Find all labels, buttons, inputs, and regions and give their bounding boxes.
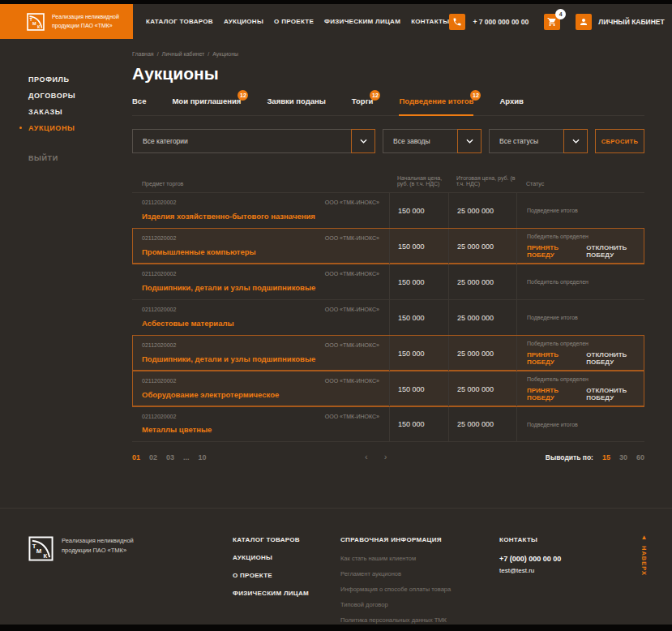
lot-title[interactable]: Асбестовые материалы [142,319,379,328]
breadcrumb-item[interactable]: Главная [132,51,154,57]
tab[interactable]: Все [132,97,146,115]
table-row[interactable]: 02112020002ООО «ТМК-ИНОКС»Подшипники, де… [132,335,644,371]
tab[interactable]: Мои приглашения12 [172,97,241,115]
decline-win-button[interactable]: ОТКЛОНИТЬ ПОБЕДУ [586,351,640,366]
page-size-option[interactable]: 60 [636,453,644,461]
tab-badge: 12 [470,90,481,101]
tab[interactable]: Торги12 [352,97,374,115]
lot-title[interactable]: Оборудование электротермическое [142,390,379,399]
tab[interactable]: Архив [499,97,524,115]
footer-info-links: Как стать нашим клиентомРегламент аукцио… [340,555,499,631]
footer-email[interactable]: test@test.ru [499,567,561,574]
phone-icon[interactable] [449,14,465,30]
brand-logo[interactable]: Т М К Реализация неликвидной продукции П… [0,4,133,39]
sidebar-item[interactable]: ЗАКАЗЫ [28,108,132,116]
lot-title[interactable]: Металлы цветные [142,425,379,434]
status-text: Подведение итогов [527,315,640,320]
reset-filters-button[interactable]: СБРОСИТЬ [595,129,644,153]
sidebar-item[interactable]: ПРОФИЛЬ [28,75,132,84]
status-cell: Победитель определенПРИНЯТЬ ПОБЕДУОТКЛОН… [516,371,644,406]
nav-link[interactable]: АУКЦИОНЫ [224,18,263,25]
tab-label: Архив [499,97,524,105]
lot-title[interactable]: Промышленные компьютеры [142,247,379,256]
footer-info-link[interactable]: Типовой договор [340,601,499,608]
start-price: 150 000 [389,371,448,406]
phone-number[interactable]: + 7 000 000 00 00 [473,18,529,26]
arrow-up-icon: ▲ [641,534,648,541]
nav-link[interactable]: О ПРОЕКТЕ [274,18,314,25]
footer-brand: Т М К Реализация неликвидной продукции П… [28,536,233,631]
table-row[interactable]: 02112020002ООО «ТМК-ИНОКС»Подшипники, де… [132,264,644,299]
page-title: Аукционы [132,64,644,84]
sidebar: ПРОФИЛЬДОГОВОРЫЗАКАЗЫАУКЦИОНЫ ВЫЙТИ [0,39,132,461]
lot-subject-cell: 02112020002ООО «ТМК-ИНОКС»Металлы цветны… [132,407,389,441]
lot-title[interactable]: Подшипники, детали и узлы подшипниковые [142,354,379,363]
status-cell: Победитель определенПРИНЯТЬ ПОБЕДУОТКЛОН… [516,229,644,264]
category-select[interactable]: Все категории [132,129,375,153]
tmk-logo-icon: Т М К [27,13,45,31]
back-to-top-button[interactable]: ▲ НАВЕРХ [640,534,648,576]
page-number[interactable]: 10 [199,453,207,461]
footer-info-title: СПРАВОЧНАЯ ИНФОРМАЦИЯ [340,536,499,543]
lot-id: 02112020002 [142,235,176,241]
accept-win-button[interactable]: ПРИНЯТЬ ПОБЕДУ [527,387,573,401]
svg-text:М: М [36,547,41,555]
lot-id: 02112020002 [142,307,176,312]
logout-button[interactable]: ВЫЙТИ [28,154,132,162]
page-size-option[interactable]: 30 [619,453,627,461]
table-row[interactable]: 02112020002ООО «ТМК-ИНОКС»Металлы цветны… [132,406,644,442]
decline-win-button[interactable]: ОТКЛОНИТЬ ПОБЕДУ [586,244,640,259]
footer-nav-link[interactable]: ФИЗИЧЕСКИМ ЛИЦАМ [233,590,340,597]
table-row[interactable]: 02112020002ООО «ТМК-ИНОКС»Промышленные к… [132,228,644,264]
accept-win-button[interactable]: ПРИНЯТЬ ПОБЕДУ [527,244,573,259]
chevron-down-icon [351,129,375,153]
page-number[interactable]: 03 [166,453,174,461]
footer-nav-link[interactable]: О ПРОЕКТЕ [233,572,340,579]
table-header: Предмет торгов Начальная цена, руб. (в т… [132,165,644,192]
decline-win-button[interactable]: ОТКЛОНИТЬ ПОБЕДУ [586,387,640,401]
sidebar-item[interactable]: ДОГОВОРЫ [28,92,132,100]
header-right: + 7 000 000 00 00 4 ЛИЧНЫЙ КАБИНЕТ [449,4,672,39]
brand-tagline: Реализация неликвидной продукции ПАО «ТМ… [52,13,123,30]
table-row[interactable]: 02112020002ООО «ТМК-ИНОКС»Оборудование э… [132,371,644,406]
plant-select-value: Все заводы [393,137,430,145]
tab[interactable]: Заявки поданы [267,97,325,115]
footer-info-link[interactable]: Регламент аукционов [340,570,499,577]
footer-info-link[interactable]: Политика персональных данных ТМК [340,616,499,624]
account-button[interactable]: ЛИЧНЫЙ КАБИНЕТ [576,14,665,30]
page-arrows: ‹ › [207,453,546,461]
status-cell: Подведение итогов [516,407,644,441]
footer-info-link[interactable]: Информация о способе оплаты товара [340,586,499,593]
footer-info-link[interactable]: Как стать нашим клиентом [340,555,499,562]
lot-subject-cell: 02112020002ООО «ТМК-ИНОКС»Подшипники, де… [132,336,389,371]
breadcrumb-item[interactable]: Личный кабинет [162,51,205,57]
accept-win-button[interactable]: ПРИНЯТЬ ПОБЕДУ [527,351,573,366]
footer-nav-link[interactable]: КАТАЛОГ ТОВАРОВ [233,536,340,543]
page-number[interactable]: 02 [149,453,157,461]
prev-page-arrow[interactable]: ‹ [365,453,368,461]
status-select[interactable]: Все статусы [489,129,588,153]
tab[interactable]: Подведение итогов12 [399,97,473,115]
lot-title[interactable]: Изделия хозяйственно-бытового назначения [142,212,379,221]
page-number[interactable]: 01 [132,453,140,461]
table-row[interactable]: 02112020002ООО «ТМК-ИНОКС»Изделия хозяйс… [132,192,644,228]
footer-brand-tagline: Реализация неликвидной продукции ПАО «ТМ… [62,536,134,631]
main-content: Главная/Личный кабинет/Аукционы Аукционы… [132,39,644,461]
nav-link[interactable]: КАТАЛОГ ТОВАРОВ [146,18,213,25]
footer-nav: КАТАЛОГ ТОВАРОВАУКЦИОНЫО ПРОЕКТЕФИЗИЧЕСК… [233,536,340,631]
cart-count-badge: 4 [555,9,566,19]
lot-title[interactable]: Подшипники, детали и узлы подшипниковые [142,283,379,292]
next-page-arrow[interactable]: › [384,453,387,461]
footer-nav-link[interactable]: АУКЦИОНЫ [233,554,340,561]
nav-link[interactable]: ФИЗИЧЕСКИМ ЛИЦАМ [324,18,400,25]
cart-button[interactable]: 4 [544,14,560,30]
nav-link[interactable]: КОНТАКТЫ [411,18,449,25]
sidebar-item[interactable]: АУКЦИОНЫ [28,124,132,132]
svg-text:К: К [37,24,41,29]
main-nav: КАТАЛОГ ТОВАРОВАУКЦИОНЫО ПРОЕКТЕФИЗИЧЕСК… [146,4,449,39]
footer-phone[interactable]: +7 (000) 000 00 00 [499,555,561,563]
page-size-options: 153060 [602,453,644,461]
table-row[interactable]: 02112020002ООО «ТМК-ИНОКС»Асбестовые мат… [132,299,644,335]
plant-select[interactable]: Все заводы [383,129,482,153]
page-size-option[interactable]: 15 [602,453,610,461]
